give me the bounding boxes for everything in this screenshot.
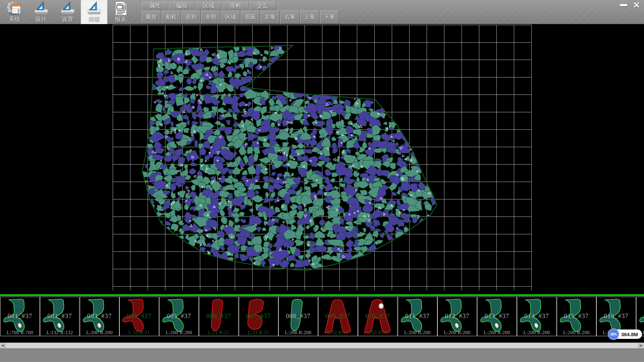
tool-bar: 聚排相机选割全割区域瑕疵左靠右靠上靠下靠: [142, 10, 339, 24]
pattern-shape: [557, 297, 596, 335]
menu-button-4[interactable]: 排料: [222, 2, 249, 10]
pattern-thumbnail[interactable]: 012_#37 L:200 R:200: [437, 297, 477, 336]
pattern-thumbnail[interactable]: 009_#37 L:32 R:31: [318, 297, 358, 336]
pattern-thumbnail[interactable]: 013_#37 L:200 R:200: [477, 297, 517, 336]
settings-ruler-icon: [60, 1, 75, 16]
horizontal-scrollbar[interactable]: < >: [0, 343, 644, 349]
pattern-thumbnail[interactable]: 003_#37 L:200 R:200: [80, 297, 119, 336]
tool-button-3[interactable]: 选割: [181, 10, 201, 24]
pattern-shape: [1, 297, 40, 335]
pattern-thumbnail[interactable]: 008_#37 L:200 R:200: [278, 297, 318, 336]
app-button-label: 排版: [89, 16, 100, 23]
scroll-right-arrow[interactable]: >: [638, 343, 644, 348]
report-document-icon: [113, 1, 128, 16]
pattern-shape: [120, 297, 159, 335]
pattern-thumbnail[interactable]: 014_#37 L:200 R:200: [517, 297, 556, 336]
progress-percent: 38%: [608, 328, 619, 340]
pattern-shape: [478, 297, 517, 335]
pattern-thumbnail-strip: 001_#37 L:700 R:700 002_#37 L:132 R:132 …: [0, 296, 644, 337]
app-button-design[interactable]: 设计: [28, 0, 54, 24]
pattern-thumbnail[interactable]: 006_#37 L:21 R:21: [199, 297, 238, 336]
menu-button-3[interactable]: 区域: [196, 2, 222, 10]
pattern-shape: [40, 297, 79, 335]
pattern-thumbnail[interactable]: 001_#37 L:700 R:700: [0, 297, 40, 336]
tool-button-7[interactable]: 左靠: [261, 10, 280, 24]
pattern-thumbnail[interactable]: 011_#37 L:200 R:200: [398, 297, 437, 336]
window-controls: ✕: [619, 1, 642, 9]
app-button-label: 设计: [36, 16, 47, 23]
pattern-shape: [319, 297, 358, 335]
pattern-thumbnail[interactable]: 005_#37 L:200 R:200: [159, 297, 199, 336]
app-button-label: 设置: [62, 16, 73, 23]
app-toolbar: 系统 设计: [1, 0, 134, 24]
pattern-shape: [398, 297, 437, 335]
tool-button-10[interactable]: 下靠: [320, 10, 339, 24]
app-button-report[interactable]: 报表: [107, 0, 134, 24]
pattern-thumbnail[interactable]: 010_#37 L:33 R:33: [358, 297, 397, 336]
tool-button-1[interactable]: 聚排: [142, 10, 161, 24]
application-window: 系统 设计: [0, 0, 644, 362]
pattern-thumbnail[interactable]: 007_#37 L:31 R:31: [239, 297, 278, 336]
scroll-left-arrow[interactable]: <: [0, 343, 6, 348]
app-button-label: 系统: [9, 16, 20, 23]
minimize-button[interactable]: [619, 1, 629, 9]
pattern-thumbnail[interactable]: 002_#37 L:132 R:132: [40, 297, 79, 336]
menu-button-1[interactable]: 属性: [142, 2, 168, 10]
tool-button-6[interactable]: 瑕疵: [241, 10, 260, 24]
system-gear-icon: [7, 1, 22, 16]
pattern-shape: [160, 297, 199, 335]
design-ruler-icon: [34, 1, 49, 16]
status-bar: [0, 349, 644, 362]
app-button-settings[interactable]: 设置: [54, 0, 81, 24]
nesting-canvas[interactable]: [0, 24, 644, 294]
app-button-system[interactable]: 系统: [1, 0, 28, 24]
app-button-label: 报表: [115, 16, 126, 23]
menu-button-5[interactable]: 交互: [249, 2, 276, 10]
pattern-shape: [358, 297, 397, 335]
menu-bar: 属性编辑区域排料交互: [142, 2, 276, 10]
close-button[interactable]: ✕: [631, 1, 642, 9]
tool-button-2[interactable]: 相机: [162, 10, 181, 24]
tool-button-5[interactable]: 区域: [221, 10, 240, 24]
pattern-thumbnail[interactable]: 015_#37 L:200 R:200: [557, 297, 596, 336]
layout-ruler-icon: [87, 1, 102, 16]
pattern-shape: [279, 297, 318, 335]
tool-button-8[interactable]: 右靠: [280, 10, 300, 24]
app-button-layout-active[interactable]: 排版: [81, 0, 107, 24]
thumbnail-separator: [0, 294, 644, 296]
tool-button-9[interactable]: 上靠: [300, 10, 319, 24]
pattern-shape: [438, 297, 477, 335]
pattern-thumbnail[interactable]: 004_#37 L:31 R:31: [119, 297, 159, 336]
title-toolbar-band: 系统 设计: [0, 0, 644, 24]
menu-button-2[interactable]: 编辑: [169, 2, 195, 10]
pattern-shape: [80, 297, 119, 335]
pattern-shape: [199, 297, 238, 335]
pattern-shape: [517, 297, 556, 335]
minimize-icon: [620, 4, 627, 6]
pattern-shape: [239, 297, 278, 335]
tool-button-4[interactable]: 全割: [201, 10, 220, 24]
